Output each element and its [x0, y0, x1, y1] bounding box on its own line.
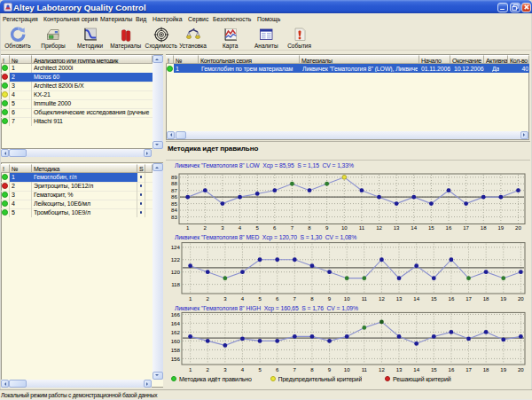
svg-text:87: 87: [171, 187, 177, 193]
svg-text:120: 120: [171, 269, 181, 275]
svg-text:88: 88: [171, 180, 177, 186]
svg-text:1: 1: [186, 224, 190, 231]
svg-text:122: 122: [171, 256, 181, 263]
svg-text:18: 18: [481, 224, 487, 231]
svg-text:160: 160: [171, 338, 181, 344]
svg-text:124: 124: [171, 244, 181, 250]
svg-text:8: 8: [310, 366, 314, 373]
svg-text:5: 5: [255, 224, 259, 231]
svg-text:6: 6: [273, 224, 277, 231]
svg-text:11: 11: [362, 295, 368, 302]
svg-text:11: 11: [362, 366, 368, 373]
svg-text:18: 18: [483, 295, 489, 302]
svg-text:10: 10: [341, 224, 348, 231]
svg-text:20: 20: [518, 366, 524, 373]
svg-text:9: 9: [325, 224, 329, 231]
svg-text:13: 13: [396, 295, 403, 302]
svg-text:18: 18: [483, 366, 489, 373]
svg-text:19: 19: [500, 366, 506, 373]
svg-text:1: 1: [189, 366, 192, 373]
svg-text:20: 20: [515, 224, 521, 231]
svg-text:5: 5: [258, 295, 262, 302]
svg-text:2: 2: [207, 366, 210, 373]
svg-text:16: 16: [449, 295, 455, 302]
svg-text:5: 5: [258, 366, 262, 373]
svg-text:7: 7: [293, 295, 297, 302]
svg-text:16: 16: [446, 224, 452, 231]
svg-text:4: 4: [241, 366, 245, 373]
svg-text:118: 118: [171, 281, 180, 287]
svg-text:156: 156: [171, 356, 181, 362]
svg-text:3: 3: [221, 224, 224, 231]
svg-text:158: 158: [171, 347, 181, 353]
svg-text:12: 12: [376, 224, 382, 231]
svg-text:162: 162: [171, 329, 181, 335]
svg-text:12: 12: [379, 366, 385, 373]
svg-text:85: 85: [171, 200, 177, 207]
svg-text:19: 19: [500, 295, 506, 302]
svg-text:17: 17: [463, 224, 469, 231]
svg-text:2: 2: [207, 295, 210, 302]
svg-text:14: 14: [413, 295, 419, 302]
svg-text:10: 10: [344, 295, 350, 302]
svg-text:13: 13: [396, 366, 403, 373]
svg-text:13: 13: [394, 224, 400, 231]
svg-text:84: 84: [171, 207, 177, 213]
svg-text:4: 4: [239, 224, 242, 231]
svg-text:7: 7: [291, 224, 294, 231]
svg-text:1: 1: [189, 295, 192, 302]
svg-text:17: 17: [466, 366, 472, 373]
svg-text:14: 14: [413, 366, 419, 373]
svg-text:6: 6: [276, 366, 279, 373]
svg-text:2: 2: [204, 224, 207, 231]
svg-text:83: 83: [171, 214, 177, 220]
svg-text:15: 15: [431, 295, 437, 302]
svg-text:11: 11: [359, 224, 365, 231]
svg-text:17: 17: [466, 295, 472, 302]
svg-text:15: 15: [431, 366, 437, 373]
svg-text:16: 16: [449, 366, 455, 373]
svg-text:86: 86: [171, 193, 177, 200]
svg-text:10: 10: [344, 366, 350, 373]
svg-text:164: 164: [171, 320, 181, 326]
svg-text:4: 4: [241, 295, 245, 302]
svg-text:8: 8: [310, 295, 314, 302]
svg-text:166: 166: [171, 311, 181, 318]
svg-text:14: 14: [411, 224, 417, 231]
svg-text:15: 15: [428, 224, 434, 231]
svg-text:12: 12: [379, 295, 385, 302]
svg-text:20: 20: [518, 295, 524, 302]
svg-text:3: 3: [223, 366, 227, 373]
svg-text:7: 7: [293, 366, 297, 373]
svg-text:19: 19: [497, 224, 504, 231]
svg-text:9: 9: [328, 295, 332, 302]
svg-text:89: 89: [171, 174, 177, 180]
svg-text:6: 6: [276, 295, 279, 302]
svg-text:8: 8: [308, 224, 311, 231]
svg-text:3: 3: [223, 295, 227, 302]
svg-text:9: 9: [328, 366, 332, 373]
